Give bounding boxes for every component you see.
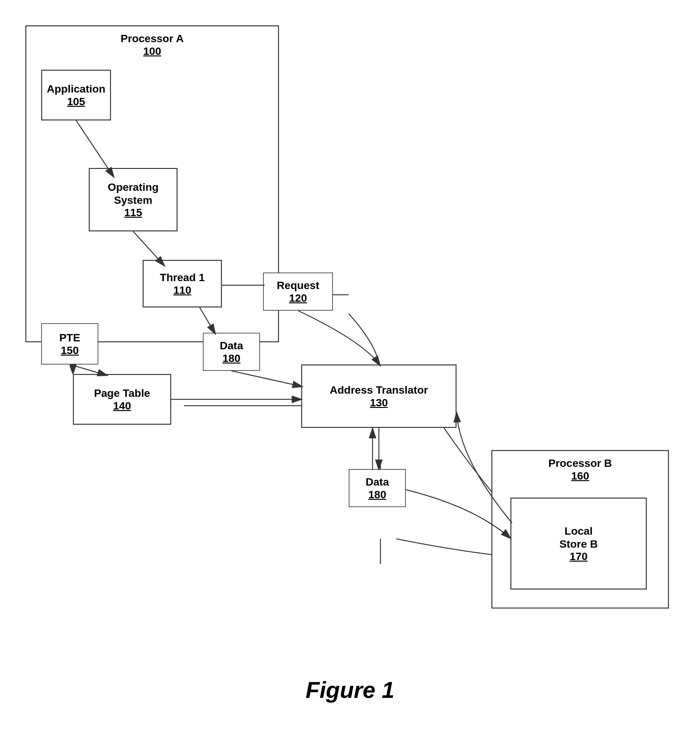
- data-180b-box: Data 180: [349, 469, 406, 507]
- pte-box: PTE 150: [41, 323, 98, 365]
- svg-line-16: [231, 371, 303, 387]
- processor-b-title: Processor B 160: [492, 457, 668, 482]
- operating-system-box: Operating System 115: [89, 168, 178, 231]
- application-box: Application 105: [41, 70, 111, 121]
- page-table-box: Page Table 140: [73, 374, 171, 425]
- address-translator-box: Address Translator 130: [301, 365, 456, 428]
- processor-a-title: Processor A 100: [26, 32, 278, 57]
- local-store-b-box: Local Store B 170: [510, 498, 647, 590]
- request-box: Request 120: [263, 273, 333, 310]
- thread1-box: Thread 1 110: [143, 260, 222, 307]
- figure-caption: Figure 1: [0, 677, 700, 703]
- diagram: Processor A 100 Application 105 Operatin…: [0, 0, 700, 741]
- data-180a-box: Data 180: [203, 333, 260, 371]
